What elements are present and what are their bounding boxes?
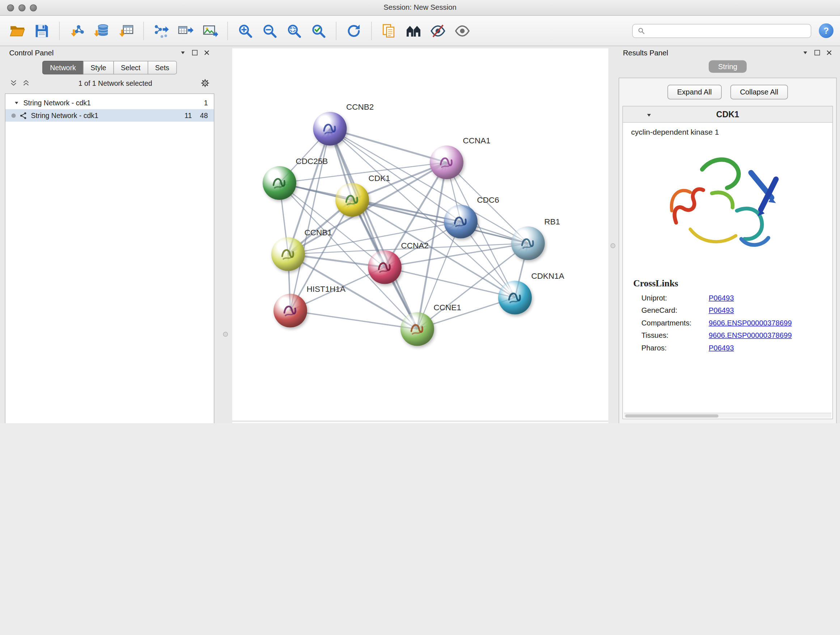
network-edge[interactable] bbox=[330, 129, 447, 163]
window-title: Session: New Session bbox=[0, 3, 840, 11]
network-node-cdk1[interactable] bbox=[335, 183, 369, 217]
export-document-icon bbox=[381, 22, 397, 39]
panel-float-icon[interactable] bbox=[802, 50, 808, 56]
search-box[interactable] bbox=[632, 24, 812, 38]
network-node-cdc6[interactable] bbox=[444, 205, 477, 239]
export-image-button[interactable] bbox=[199, 20, 221, 42]
results-panel: Results Panel String Expand All Collapse… bbox=[617, 46, 838, 424]
network-edge[interactable] bbox=[385, 267, 515, 298]
open-session-icon bbox=[9, 22, 26, 39]
panel-maximize-icon[interactable] bbox=[815, 50, 820, 55]
tab-string[interactable]: String bbox=[709, 60, 747, 73]
left-splitter-knob[interactable] bbox=[223, 332, 228, 337]
protein-thumbnail-icon bbox=[517, 233, 539, 254]
crosslink-value[interactable]: 9606.ENSP00000378699 bbox=[709, 319, 792, 327]
crosslink-value[interactable]: P06493 bbox=[709, 306, 734, 315]
zoom-selected-button[interactable] bbox=[308, 20, 330, 42]
edge-count: 48 bbox=[200, 111, 208, 120]
birdseye-navigator-button[interactable] bbox=[403, 20, 424, 42]
network-node-cdkn1a[interactable] bbox=[498, 281, 532, 315]
crosslink-row-genecard: GeneCard:P06493 bbox=[623, 304, 832, 317]
collapse-all-button[interactable]: Collapse All bbox=[730, 85, 788, 100]
crosslink-value[interactable]: P06493 bbox=[709, 294, 734, 302]
crosslink-value[interactable]: P06493 bbox=[709, 344, 734, 352]
zoom-fit-button[interactable] bbox=[283, 20, 305, 42]
crosslink-label: GeneCard: bbox=[641, 306, 709, 315]
network-node-hist1h1a[interactable] bbox=[273, 294, 307, 328]
expand-all-button[interactable]: Expand All bbox=[668, 85, 722, 100]
protein-thumbnail-icon bbox=[269, 172, 291, 194]
expand-all-networks-icon[interactable] bbox=[22, 79, 30, 87]
panel-float-icon[interactable] bbox=[180, 50, 186, 56]
show-all-icon bbox=[454, 22, 471, 39]
protein-thumbnail-icon bbox=[319, 118, 341, 140]
protein-thumbnail-icon bbox=[374, 256, 396, 278]
network-edges-layer bbox=[232, 49, 608, 421]
protein-thumbnail-icon bbox=[341, 189, 363, 211]
new-network-from-selection-button[interactable] bbox=[150, 20, 172, 42]
hide-selected-button[interactable] bbox=[427, 20, 449, 42]
network-node-rb1[interactable] bbox=[511, 226, 545, 260]
tab-style[interactable]: Style bbox=[83, 61, 114, 74]
network-edge[interactable] bbox=[291, 310, 417, 329]
network-label: String Network - cdk1 bbox=[31, 111, 98, 120]
collapse-all-networks-icon[interactable] bbox=[10, 79, 17, 87]
results-horizontal-scrollbar[interactable] bbox=[624, 413, 831, 418]
gene-section-header[interactable]: CDK1 bbox=[623, 106, 832, 123]
node-label-hist1h1a: HIST1H1A bbox=[307, 284, 346, 294]
zoom-fit-icon bbox=[286, 22, 302, 39]
collection-label: String Network - cdk1 bbox=[24, 99, 91, 107]
chevron-down-icon[interactable] bbox=[646, 112, 652, 119]
network-row[interactable]: String Network - cdk1 11 48 bbox=[5, 109, 214, 122]
panel-close-icon[interactable] bbox=[204, 50, 210, 56]
import-network-from-database-button[interactable] bbox=[91, 20, 112, 42]
gear-icon[interactable] bbox=[201, 79, 210, 88]
import-network-from-file-button[interactable] bbox=[66, 20, 88, 42]
new-network-from-table-button[interactable] bbox=[175, 20, 196, 42]
network-node-ccnb1[interactable] bbox=[271, 238, 305, 271]
network-canvas[interactable]: CCNB2CCNA1CDC25BCDK1CDC6RB1CCNB1CCNA2CDK… bbox=[232, 49, 608, 421]
zoom-out-button[interactable] bbox=[259, 20, 281, 42]
refresh-network-button[interactable] bbox=[343, 20, 365, 42]
network-collection-row[interactable]: String Network - cdk1 1 bbox=[5, 97, 214, 109]
network-node-ccne1[interactable] bbox=[401, 312, 434, 346]
right-splitter-knob[interactable] bbox=[611, 243, 616, 249]
import-table-from-file-button[interactable] bbox=[115, 20, 137, 42]
panel-maximize-icon[interactable] bbox=[192, 50, 197, 55]
zoom-out-icon bbox=[262, 22, 278, 39]
network-node-ccna1[interactable] bbox=[430, 146, 463, 179]
zoom-in-button[interactable] bbox=[234, 20, 256, 42]
panel-close-icon[interactable] bbox=[826, 50, 832, 56]
toolbar-separator bbox=[143, 21, 144, 40]
tab-sets[interactable]: Sets bbox=[148, 61, 177, 74]
network-node-ccnb2[interactable] bbox=[313, 112, 347, 146]
tab-network[interactable]: Network bbox=[42, 61, 84, 74]
crosslink-row-tissues: Tissues:9606.ENSP00000378699 bbox=[623, 329, 832, 342]
network-edge[interactable] bbox=[330, 129, 417, 329]
search-input[interactable] bbox=[649, 27, 806, 35]
toolbar-separator bbox=[336, 21, 337, 40]
hide-selected-icon bbox=[430, 22, 446, 39]
node-count: 11 bbox=[185, 111, 192, 120]
open-session-button[interactable] bbox=[6, 20, 28, 42]
gene-section: CDK1 cyclin-dependent kinase 1 bbox=[622, 106, 833, 420]
network-edge[interactable] bbox=[291, 129, 330, 311]
tab-select[interactable]: Select bbox=[113, 61, 148, 74]
import-table-from-file-icon bbox=[118, 22, 134, 39]
show-all-button[interactable] bbox=[452, 20, 473, 42]
network-node-cdc25b[interactable] bbox=[263, 166, 296, 200]
node-label-ccnb2: CCNB2 bbox=[346, 102, 374, 111]
refresh-network-icon bbox=[346, 22, 362, 39]
crosslinks-title: CrossLinks bbox=[623, 272, 832, 292]
help-button[interactable]: ? bbox=[819, 24, 834, 38]
crosslink-label: Uniprot: bbox=[641, 294, 709, 302]
network-selection-row: 1 of 1 Network selected bbox=[3, 77, 216, 91]
results-content: Expand All Collapse All CDK1 cyclin-depe… bbox=[619, 78, 837, 424]
protein-thumbnail-icon bbox=[278, 243, 299, 265]
export-document-button[interactable] bbox=[378, 20, 400, 42]
toolbar-separator bbox=[59, 21, 60, 40]
disclosure-triangle-icon[interactable] bbox=[14, 100, 20, 106]
network-node-ccna2[interactable] bbox=[368, 250, 401, 284]
crosslink-value[interactable]: 9606.ENSP00000378699 bbox=[709, 331, 792, 340]
save-session-button[interactable] bbox=[31, 20, 53, 42]
